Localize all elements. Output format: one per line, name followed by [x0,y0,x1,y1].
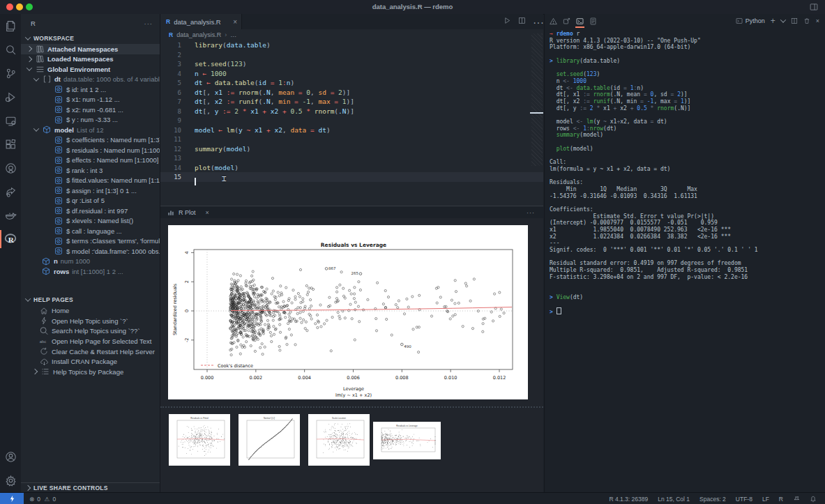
activity-settings-icon[interactable] [0,468,21,492]
activity-explorer-icon[interactable] [0,14,21,38]
live-share-section-header[interactable]: LIVE SHARE CONTROLS [21,482,160,492]
close-panel-icon[interactable]: × [816,17,819,24]
activity-github-icon[interactable] [0,156,21,180]
help-item[interactable]: abcOpen Help Page for Selected Text [21,336,160,346]
activity-search-icon[interactable] [0,38,21,61]
indentation-status[interactable]: Spaces: 2 [699,496,726,503]
svg-text:867: 867 [328,266,336,270]
tree-item[interactable]: $ x1: num -1.12 ... [21,95,160,105]
field-icon [54,96,63,104]
breadcrumb-more[interactable]: … [230,31,236,38]
activity-account-icon[interactable] [0,445,21,468]
tab-close-icon[interactable]: × [233,18,237,26]
cursor-position-status[interactable]: Ln 15, Col 1 [658,496,690,503]
plot-panel-more-icon[interactable]: ··· [527,209,535,216]
plot-panel-close-icon[interactable]: × [206,209,209,216]
activity-docker-icon[interactable] [0,204,21,227]
tree-item[interactable]: rowsint [1:1000] 1 2 ... [21,266,160,277]
notifications-bell-icon[interactable] [810,496,817,503]
tree-item[interactable]: Loaded Namespaces [21,54,160,65]
activity-source-control-icon[interactable] [0,61,21,85]
remote-indicator[interactable] [0,493,24,504]
breadcrumb[interactable]: R data_analysis.R › … [160,29,543,40]
output-icon[interactable] [589,17,597,25]
plot-thumbnail-2[interactable]: Normal Q-Q [239,414,300,466]
tree-item[interactable]: $ fitted.values: Named num [1:1000... [21,176,160,186]
code-token: min [278,98,290,105]
activity-live-share-icon[interactable] [0,180,21,204]
svg-text:R: R [8,236,15,244]
tree-item-name: $ x2: num -0.681 ... [66,106,123,114]
plot-panel-tab-label[interactable]: R Plot [179,209,196,216]
terminal-line: dt[, x1 := rnorm(.N, mean = 0, sd = 2)] [550,91,825,98]
help-item[interactable]: Help Topics by Package [21,367,160,377]
tree-item[interactable]: nnum 1000 [21,257,160,267]
split-terminal-icon[interactable] [791,17,798,24]
customize-layout-icon[interactable] [810,3,818,11]
help-item[interactable]: Clear Cache & Restart Help Server [21,346,160,357]
problems-status[interactable]: ⊗0 ⚠0 [29,496,56,503]
run-source-icon[interactable] [504,17,511,29]
eol-status[interactable]: LF [762,496,769,503]
tree-item[interactable]: $ terms :Classes 'terms', 'formula' l... [21,236,160,247]
activity-extensions-icon[interactable] [0,132,21,156]
editor-overview-ruler[interactable] [531,33,543,166]
help-pages-section-header[interactable]: HELP PAGES [21,294,160,306]
kill-terminal-icon[interactable] [803,17,810,24]
activity-run-debug-icon[interactable] [0,85,21,109]
line-number: 9 [160,116,181,126]
code-line: 5dt ← data.table(id = 1:n) [160,78,543,88]
help-item[interactable]: Home [21,306,160,316]
feedback-icon[interactable] [793,496,800,503]
tree-item[interactable]: Global Environment [21,64,160,75]
terminal-token: x2 [616,105,630,112]
tree-item[interactable]: $ x2: num -0.681 ... [21,105,160,115]
help-item[interactable]: Install CRAN Package [21,356,160,367]
split-editor-icon[interactable] [518,17,526,29]
field-icon [54,156,63,165]
plot-thumbnail-1[interactable]: Residuals vs Fitted [169,414,230,466]
field-icon [54,176,63,185]
plot-thumbnail-4[interactable]: Residuals vs Leverage [373,422,441,459]
code-editor[interactable]: 1library(data.table)23set.seed(123)4n ← … [160,40,543,206]
tree-item[interactable]: $ residuals : Named num [1:1000] -... [21,145,160,155]
breadcrumb-file[interactable]: data_analysis.R [176,31,221,38]
new-terminal-icon[interactable]: + [771,16,775,26]
terminal-token: Residual standard error: 0.4919 on 997 d… [550,260,741,266]
tree-item[interactable]: $ df.residual : int 997 [21,206,160,216]
language-mode-status[interactable]: R [779,496,783,503]
tree-item[interactable]: $ qr :List of 5 [21,196,160,206]
tree-item[interactable]: dtdata.table: 1000 obs. of 4 variables [21,75,160,85]
problems-icon[interactable] [550,17,557,25]
tab-data-analysis[interactable]: R data_analysis.R × [160,14,242,29]
tree-item[interactable]: $ call : language ... [21,226,160,236]
terminal-token: library [557,58,580,64]
workspace-section-header[interactable]: WORKSPACE [21,32,160,44]
plot-thumbnail-3[interactable]: Scale-Location [308,414,370,466]
encoding-status[interactable]: UTF-8 [736,496,752,503]
activity-r-tools-icon[interactable]: R [0,227,21,251]
terminal-token: → [550,31,557,37]
more-actions-icon[interactable]: ··· [533,17,544,29]
tree-item[interactable]: $ xlevels : Named list() [21,216,160,227]
terminal-output[interactable]: → rdemo rR version 4.1.3 (2022-03-10) --… [550,31,825,323]
tree-item[interactable]: $ id: int 1 2 ... [21,84,160,95]
tree-item[interactable]: $ coefficients : Named num [1:3] -0... [21,135,160,146]
residuals-vs-leverage-plot[interactable]: Residuals vs Leverage0.0000.0020.0040.00… [168,225,528,399]
sidebar-more-actions-icon[interactable]: ··· [144,20,153,27]
terminal-tab-python[interactable]: Python [736,17,765,24]
ports-icon[interactable] [563,17,570,25]
terminal-icon[interactable] [576,17,584,25]
tree-item[interactable]: Attached Namespaces [21,44,160,54]
help-item[interactable]: Search Help Topics using `??` [21,326,160,337]
terminal-dropdown-icon[interactable] [780,17,785,22]
tree-item[interactable]: $ rank : int 3 [21,165,160,176]
tree-item[interactable]: $ assign : int [1:3] 0 1 ... [21,185,160,196]
r-session-status[interactable]: R 4.1.3: 26389 [609,496,648,503]
activity-remote-explorer-icon[interactable] [0,109,21,132]
tree-item[interactable]: $ y : num -3.33 ... [21,115,160,125]
tree-item[interactable]: modelList of 12 [21,125,160,135]
tree-item[interactable]: $ effects : Named num [1:1000] -1.... [21,155,160,166]
tree-item[interactable]: $ model :'data.frame': 1000 obs. of... [21,246,160,257]
help-item[interactable]: Open Help Topic using `?` [21,316,160,326]
